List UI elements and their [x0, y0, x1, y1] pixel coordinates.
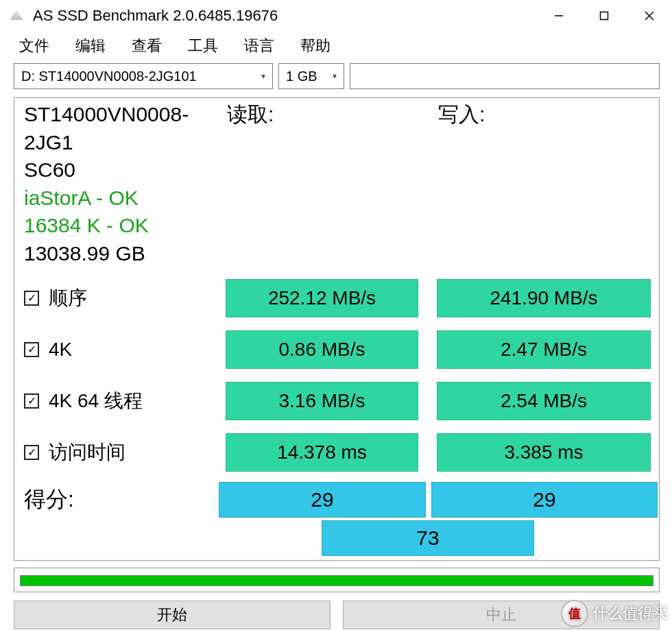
drive-select[interactable]: D: ST14000VN0008-2JG101 ▾: [14, 63, 273, 89]
score-write: 29: [431, 482, 658, 518]
drive-info: ST14000VN0008-2JG1 SC60 iaStorA - OK 163…: [14, 98, 217, 271]
window-controls: [536, 0, 672, 32]
seq-label: 顺序: [49, 285, 87, 311]
fourk-label-cell: ✓ 4K: [14, 325, 217, 374]
row-seq: ✓ 顺序 252.12 MB/s 241.90 MB/s: [14, 274, 659, 325]
close-icon: [644, 10, 655, 21]
chevron-down-icon: ▾: [333, 71, 337, 81]
seq-label-cell: ✓ 顺序: [14, 274, 217, 323]
row-score: 得分: 29 29: [14, 479, 659, 520]
watermark-logo-icon: 值: [561, 600, 588, 627]
size-select-value: 1 GB: [286, 69, 317, 84]
minimize-icon: [554, 11, 564, 21]
fourk-write: 2.47 MB/s: [437, 330, 651, 369]
write-header: 写入:: [429, 98, 659, 271]
score-total: 73: [322, 520, 534, 556]
menu-view[interactable]: 查看: [132, 36, 162, 56]
menu-language[interactable]: 语言: [244, 36, 274, 56]
score-label: 得分:: [14, 481, 217, 519]
fourk64-label: 4K 64 线程: [49, 388, 143, 414]
fourk64-label-cell: ✓ 4K 64 线程: [14, 376, 217, 426]
app-icon: [7, 9, 26, 23]
menu-help[interactable]: 帮助: [300, 36, 331, 56]
seq-checkbox[interactable]: ✓: [24, 291, 39, 306]
row-4k: ✓ 4K 0.86 MB/s 2.47 MB/s: [14, 325, 659, 376]
drive-model: ST14000VN0008-2JG1: [24, 101, 206, 156]
fourk-checkbox[interactable]: ✓: [24, 342, 39, 357]
access-write: 3.385 ms: [437, 433, 651, 472]
fourk64-write: 2.54 MB/s: [437, 382, 651, 420]
score-read: 29: [219, 482, 426, 518]
menubar: 文件 编辑 查看 工具 语言 帮助: [0, 32, 672, 63]
seq-read: 252.12 MB/s: [226, 279, 418, 317]
header-row: ST14000VN0008-2JG1 SC60 iaStorA - OK 163…: [14, 98, 659, 274]
maximize-icon: [599, 11, 609, 21]
titlebar[interactable]: AS SSD Benchmark 2.0.6485.19676: [0, 0, 672, 32]
alignment-status: 16384 K - OK: [24, 212, 206, 240]
drive-capacity: 13038.99 GB: [24, 240, 206, 268]
menu-file[interactable]: 文件: [19, 36, 49, 56]
driver-status: iaStorA - OK: [24, 184, 206, 213]
access-checkbox[interactable]: ✓: [24, 445, 39, 460]
fourk64-read: 3.16 MB/s: [226, 382, 418, 420]
window-title: AS SSD Benchmark 2.0.6485.19676: [33, 7, 278, 25]
fourk-label: 4K: [49, 339, 72, 361]
access-read: 14.378 ms: [226, 433, 418, 472]
access-label-cell: ✓ 访问时间: [14, 428, 217, 477]
close-button[interactable]: [627, 0, 672, 32]
minimize-button[interactable]: [536, 0, 581, 32]
row-4k64: ✓ 4K 64 线程 3.16 MB/s 2.54 MB/s: [14, 376, 659, 428]
watermark-text: 什么值得买: [592, 603, 668, 624]
description-input[interactable]: [350, 63, 660, 89]
read-header: 读取:: [217, 98, 429, 271]
watermark: 值 什么值得买: [561, 600, 668, 627]
drive-select-value: D: ST14000VN0008-2JG101: [21, 69, 197, 84]
toolbar: D: ST14000VN0008-2JG101 ▾ 1 GB ▾: [0, 63, 672, 93]
app-window: AS SSD Benchmark 2.0.6485.19676 文件 编辑 查看…: [0, 0, 672, 630]
fourk64-checkbox[interactable]: ✓: [24, 393, 39, 409]
maximize-button[interactable]: [581, 0, 627, 32]
results-panel: ST14000VN0008-2JG1 SC60 iaStorA - OK 163…: [14, 97, 660, 561]
progress-area: [14, 568, 660, 592]
menu-tools[interactable]: 工具: [188, 36, 218, 56]
fourk-read: 0.86 MB/s: [226, 330, 418, 369]
progress-bar: [20, 575, 653, 586]
chevron-down-icon: ▾: [261, 71, 265, 81]
drive-firmware: SC60: [24, 156, 206, 184]
access-label: 访问时间: [49, 439, 125, 465]
start-button[interactable]: 开始: [14, 601, 331, 629]
size-select[interactable]: 1 GB ▾: [278, 63, 344, 89]
row-total: 73: [14, 520, 659, 560]
seq-write: 241.90 MB/s: [437, 279, 651, 317]
row-access: ✓ 访问时间 14.378 ms 3.385 ms: [14, 428, 659, 479]
menu-edit[interactable]: 编辑: [75, 36, 106, 56]
svg-rect-1: [601, 12, 608, 20]
